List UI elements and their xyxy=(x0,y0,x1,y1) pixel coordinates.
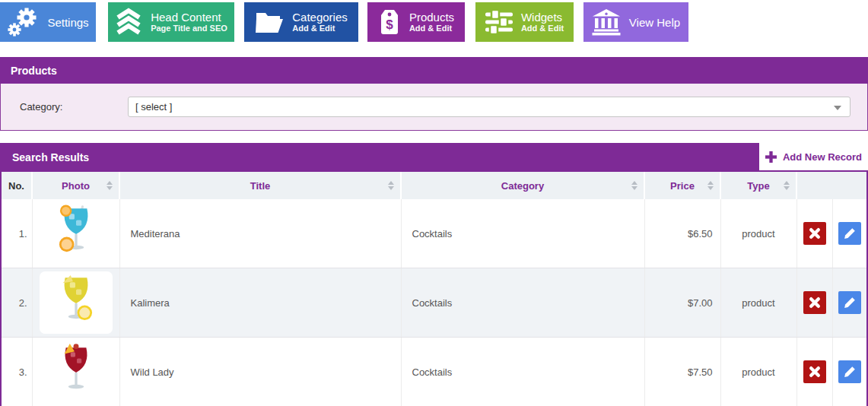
products-button-subtitle: Add & Edit xyxy=(409,24,454,33)
product-price: $6.50 xyxy=(644,199,720,268)
product-photo xyxy=(40,341,113,403)
price-tag-icon: $ xyxy=(378,8,401,36)
column-header-delete xyxy=(796,172,832,199)
search-results-header: Search Results Add New Record xyxy=(0,143,868,172)
sort-icon xyxy=(388,181,394,190)
edit-button[interactable] xyxy=(838,222,861,245)
column-header-category[interactable]: Category xyxy=(401,172,644,199)
bank-icon xyxy=(592,8,621,36)
column-header-title[interactable]: Title xyxy=(119,172,401,199)
add-new-record-button[interactable]: Add New Record xyxy=(759,143,868,170)
sort-icon xyxy=(631,181,637,190)
edit-button[interactable] xyxy=(838,291,861,314)
table-row: 3. xyxy=(2,338,866,406)
categories-button[interactable]: Categories Add & Edit xyxy=(244,2,358,42)
product-title: Kalimera xyxy=(119,268,401,338)
delete-button[interactable] xyxy=(803,360,826,383)
categories-button-subtitle: Add & Edit xyxy=(292,24,348,33)
view-help-button[interactable]: View Help xyxy=(583,2,688,42)
product-price: $7.50 xyxy=(644,338,720,406)
widgets-button[interactable]: Widgets Add & Edit xyxy=(475,2,574,42)
product-type: product xyxy=(720,199,796,268)
column-header-no: No. xyxy=(2,172,32,199)
settings-button-label: Settings xyxy=(47,16,88,29)
row-number: 3. xyxy=(2,338,32,406)
product-category: Cocktails xyxy=(401,268,644,338)
category-select[interactable]: [ select ] xyxy=(128,97,851,117)
head-content-button-subtitle: Page Title and SEO xyxy=(151,24,227,33)
table-header-row: No. Photo Title Category Price Type xyxy=(2,172,866,199)
products-panel-title: Products xyxy=(11,65,57,77)
product-type: product xyxy=(720,268,796,338)
cross-icon xyxy=(809,366,821,378)
delete-button[interactable] xyxy=(803,222,826,245)
pencil-icon xyxy=(844,366,856,378)
column-header-photo[interactable]: Photo xyxy=(32,172,119,199)
head-content-button[interactable]: Head Content Page Title and SEO xyxy=(108,2,234,42)
add-new-record-label: Add New Record xyxy=(783,151,862,163)
results-table: No. Photo Title Category Price Type 1. xyxy=(0,172,868,406)
pencil-icon xyxy=(844,297,856,309)
category-select-value: [ select ] xyxy=(135,101,172,113)
categories-button-label: Categories xyxy=(292,11,348,24)
delete-button[interactable] xyxy=(803,291,826,314)
svg-text:$: $ xyxy=(386,17,393,32)
settings-button[interactable]: Settings xyxy=(0,2,96,42)
table-row: 2. xyxy=(2,268,866,338)
sort-icon xyxy=(784,181,790,190)
cross-icon xyxy=(809,227,821,239)
double-chevron-up-icon xyxy=(115,8,142,36)
sort-icon xyxy=(707,181,714,190)
product-type: product xyxy=(720,338,796,406)
row-number: 1. xyxy=(2,199,32,268)
chevron-down-icon xyxy=(834,106,841,110)
products-panel-header: Products xyxy=(0,57,868,84)
products-panel: Products Category: [ select ] xyxy=(0,57,868,131)
edit-button[interactable] xyxy=(838,360,861,383)
product-title: Wild Lady xyxy=(119,338,401,406)
head-content-button-label: Head Content xyxy=(151,11,227,24)
plus-icon xyxy=(765,151,777,163)
sliders-icon xyxy=(485,9,513,35)
view-help-button-label: View Help xyxy=(629,16,680,29)
table-row: 1. xyxy=(2,199,866,268)
search-results-panel: Search Results Add New Record No. Photo … xyxy=(0,143,868,406)
cross-icon xyxy=(809,297,821,309)
column-header-price[interactable]: Price xyxy=(644,172,720,199)
gears-icon xyxy=(7,6,39,38)
pencil-icon xyxy=(844,227,856,239)
product-category: Cocktails xyxy=(401,199,644,268)
product-photo xyxy=(40,202,113,265)
products-button[interactable]: $ Products Add & Edit xyxy=(367,2,465,42)
products-panel-body: Category: [ select ] xyxy=(0,84,868,131)
category-label: Category: xyxy=(20,101,128,113)
search-results-title: Search Results xyxy=(0,151,89,163)
products-button-label: Products xyxy=(409,11,454,24)
product-category: Cocktails xyxy=(401,338,644,406)
widgets-button-subtitle: Add & Edit xyxy=(521,24,564,33)
open-folder-icon xyxy=(255,10,284,34)
row-number: 2. xyxy=(2,268,32,338)
sort-icon xyxy=(107,181,113,190)
column-header-edit xyxy=(832,172,866,199)
product-price: $7.00 xyxy=(644,268,720,338)
product-photo xyxy=(40,271,113,334)
product-title: Mediterana xyxy=(119,199,401,268)
toolbar: Settings Head Content Page Title and SEO… xyxy=(0,0,868,42)
widgets-button-label: Widgets xyxy=(521,11,564,24)
column-header-type[interactable]: Type xyxy=(720,172,796,199)
